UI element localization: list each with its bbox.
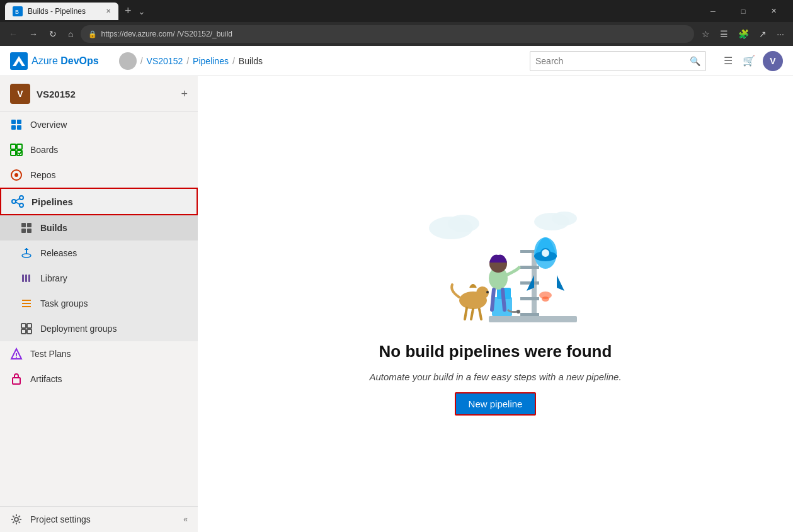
svg-line-18 <box>16 202 20 205</box>
settings-icon <box>10 513 23 526</box>
svg-rect-26 <box>28 274 30 282</box>
main-content: No build pipelines were found Automate y… <box>198 76 793 532</box>
project-name: VS20152 <box>37 89 174 99</box>
address-bar: ← → ↻ ⌂ 🔒 https://dev.azure.com/ /VS2015… <box>0 22 793 46</box>
tab-close-button[interactable]: ✕ <box>106 8 111 14</box>
azure-devops-logo[interactable]: Azure DevOps <box>10 52 99 70</box>
svg-rect-7 <box>17 125 21 130</box>
sidebar-item-library[interactable]: Library <box>0 266 198 291</box>
svg-rect-10 <box>11 150 16 156</box>
svg-point-64 <box>486 291 489 293</box>
extensions-button[interactable]: 🧩 <box>734 26 753 42</box>
svg-point-42 <box>552 212 577 225</box>
svg-line-63 <box>479 309 481 319</box>
sidebar-item-repos[interactable]: Repos <box>0 162 198 188</box>
browser-chrome: B Builds - Pipelines ✕ + ⌄ ─ □ ✕ <box>0 0 793 22</box>
svg-point-36 <box>16 357 17 358</box>
forward-button[interactable]: → <box>25 26 42 42</box>
svg-point-38 <box>14 518 18 521</box>
svg-rect-31 <box>27 324 31 328</box>
svg-rect-6 <box>11 125 16 130</box>
home-button[interactable]: ⌂ <box>64 26 77 42</box>
back-button[interactable]: ← <box>5 26 21 42</box>
breadcrumb-sep-1: / <box>140 56 143 66</box>
search-input[interactable] <box>535 56 685 66</box>
sidebar-item-releases[interactable]: Releases <box>0 241 198 266</box>
svg-rect-33 <box>27 329 31 334</box>
svg-rect-48 <box>520 313 539 316</box>
sidebar-item-overview[interactable]: Overview <box>0 112 198 137</box>
pipelines-icon <box>11 195 24 208</box>
search-box[interactable]: 🔍 <box>530 51 706 71</box>
collection-button[interactable]: ☰ <box>716 26 732 42</box>
share-button[interactable]: ↗ <box>755 26 770 42</box>
sidebar-item-builds[interactable]: Builds <box>0 215 198 241</box>
new-pipeline-button[interactable]: New pipeline <box>455 392 537 416</box>
sidebar-item-settings[interactable]: Project settings « <box>0 506 198 532</box>
sidebar-item-repos-label: Repos <box>30 170 55 180</box>
more-button[interactable]: ··· <box>773 26 788 42</box>
url-bar[interactable]: 🔒 https://dev.azure.com/ /VS20152/_build <box>81 25 694 43</box>
svg-rect-24 <box>22 274 24 282</box>
tab-list-button[interactable]: ⌄ <box>138 6 145 16</box>
sidebar-item-taskgroups[interactable]: Task groups <box>0 291 198 316</box>
svg-rect-19 <box>21 223 26 227</box>
search-icon[interactable]: 🔍 <box>690 56 700 66</box>
azure-logo-icon <box>10 52 28 70</box>
sidebar-item-artifacts-label: Artifacts <box>30 374 62 384</box>
svg-rect-54 <box>489 316 577 322</box>
svg-point-53 <box>542 297 549 302</box>
sidebar-item-testplans[interactable]: Test Plans <box>0 341 198 366</box>
sidebar-item-deploygroups[interactable]: Deployment groups <box>0 316 198 341</box>
repos-icon <box>10 169 23 181</box>
sidebar-item-boards[interactable]: Boards <box>0 137 198 162</box>
overview-icon <box>10 118 23 131</box>
new-tab-button[interactable]: + <box>125 4 132 18</box>
notifications-button[interactable]: ☰ <box>721 52 735 69</box>
tab-icon: B <box>13 6 23 16</box>
svg-rect-25 <box>25 274 27 282</box>
user-avatar[interactable]: V <box>763 51 783 71</box>
minimize-button[interactable]: ─ <box>699 3 727 20</box>
breadcrumb-builds: Builds <box>239 56 263 66</box>
refresh-button[interactable]: ↻ <box>45 26 60 42</box>
sidebar-item-boards-label: Boards <box>30 145 58 155</box>
breadcrumb: / VS20152 / Pipelines / Builds <box>119 52 263 70</box>
breadcrumb-pipelines[interactable]: Pipelines <box>193 56 229 66</box>
svg-rect-4 <box>11 120 16 124</box>
svg-rect-8 <box>11 144 16 149</box>
empty-state: No build pipelines were found Automate y… <box>344 168 646 441</box>
add-project-button[interactable]: + <box>181 88 188 101</box>
svg-point-14 <box>12 200 16 203</box>
svg-rect-22 <box>27 229 31 233</box>
svg-point-15 <box>20 196 23 200</box>
window-controls: ─ □ ✕ <box>699 3 788 20</box>
svg-text:B: B <box>15 9 19 15</box>
sidebar-item-taskgroups-label: Task groups <box>40 298 88 308</box>
sidebar-item-library-label: Library <box>40 273 67 283</box>
collapse-button[interactable]: « <box>183 515 188 524</box>
svg-point-51 <box>541 249 550 258</box>
svg-point-13 <box>14 173 18 177</box>
sidebar-item-pipelines[interactable]: Pipelines <box>0 188 198 215</box>
svg-rect-37 <box>13 378 20 384</box>
taskgroups-icon <box>20 297 33 310</box>
active-tab[interactable]: B Builds - Pipelines ✕ <box>5 3 118 20</box>
boards-icon <box>10 144 23 156</box>
sidebar-item-testplans-label: Test Plans <box>30 349 71 359</box>
sidebar-item-releases-label: Releases <box>40 248 77 258</box>
breadcrumb-org[interactable]: VS20152 <box>147 56 183 66</box>
maximize-button[interactable]: □ <box>729 3 758 20</box>
project-header: V VS20152 + <box>0 76 198 112</box>
sidebar-item-builds-label: Builds <box>40 223 67 233</box>
favorites-button[interactable]: ☆ <box>698 26 714 42</box>
basket-button[interactable]: 🛒 <box>740 52 758 69</box>
svg-line-17 <box>16 199 20 201</box>
builds-icon <box>20 222 33 234</box>
svg-rect-9 <box>17 144 22 149</box>
address-actions: ☆ ☰ 🧩 ↗ ··· <box>698 26 788 42</box>
sidebar-item-artifacts[interactable]: Artifacts <box>0 366 198 392</box>
svg-point-23 <box>22 254 31 258</box>
url-text: https://dev.azure.com/ /VS20152/_build <box>101 30 232 38</box>
close-button[interactable]: ✕ <box>759 3 788 20</box>
